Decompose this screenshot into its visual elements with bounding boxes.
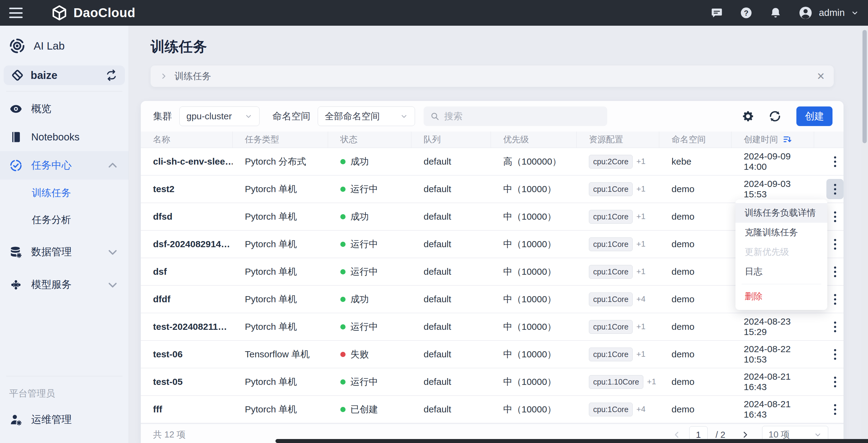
- col-header-actions: [814, 132, 843, 148]
- table-header-row: 名称 任务类型 状态 队列 优先级 资源配置 命名空间 创建时间: [141, 132, 843, 148]
- row-kebab-button[interactable]: [826, 399, 843, 419]
- vertical-scrollbar-track[interactable]: [861, 26, 868, 443]
- row-kebab-button[interactable]: [826, 152, 843, 171]
- cell-namespace: kebe: [659, 148, 732, 176]
- cell-priority: 中（10000）: [491, 176, 577, 203]
- namespace-select[interactable]: 全部命名空间: [318, 106, 415, 126]
- context-menu-item[interactable]: 训练任务负载详情: [736, 203, 827, 223]
- col-header-namespace: 命名空间: [659, 132, 732, 148]
- user-menu[interactable]: admin: [798, 5, 859, 20]
- cell-queue: default: [411, 203, 491, 231]
- table-row[interactable]: cli-sh-c-env-slee… Pytorch 分布式 成功 defaul…: [141, 148, 843, 176]
- table-row[interactable]: test-06 Tensorflow 单机 失败 default 中（10000…: [141, 341, 843, 368]
- resource-extra[interactable]: +1: [636, 157, 646, 166]
- cell-type: Pytorch 单机: [232, 286, 328, 313]
- chevron-down-icon: [106, 278, 119, 291]
- sidebar-item-data-management[interactable]: 数据管理: [0, 238, 128, 266]
- status-dot: [340, 269, 345, 275]
- cell-namespace: demo: [659, 176, 732, 203]
- workspace-selector[interactable]: baize: [4, 65, 125, 85]
- cluster-select[interactable]: gpu-cluster: [179, 106, 259, 126]
- sort-descending-icon[interactable]: [782, 134, 793, 145]
- table-row[interactable]: fff Pytorch 单机 已创建 default 中（10000） cpu:…: [141, 396, 843, 423]
- cell-namespace: demo: [659, 258, 732, 286]
- horizontal-scrollbar-thumb[interactable]: [275, 439, 868, 443]
- product-header: AI Lab: [0, 26, 128, 64]
- context-menu-item[interactable]: 日志: [736, 262, 827, 281]
- row-kebab-button[interactable]: [826, 234, 843, 254]
- table-row[interactable]: test-05 Pytorch 单机 运行中 default 中（10000） …: [141, 368, 843, 396]
- context-menu-item[interactable]: 删除: [736, 287, 827, 306]
- table-row[interactable]: test2 Pytorch 单机 运行中 default 中（10000） cp…: [141, 176, 843, 203]
- row-kebab-button[interactable]: [826, 261, 843, 282]
- resource-tag: cpu:1Core: [589, 182, 633, 196]
- resource-tag: cpu:1Core: [589, 348, 633, 361]
- app-window: DaoCloud ? admin AI Lab: [0, 0, 868, 443]
- resource-extra[interactable]: +4: [636, 405, 646, 414]
- resource-extra[interactable]: +4: [636, 294, 646, 304]
- sidebar-item-label: 运维管理: [31, 413, 119, 426]
- sidebar: AI Lab baize 概览 Notebooks 任务中心 训: [0, 26, 128, 443]
- cell-status: 运行中: [328, 231, 411, 258]
- sidebar-item-notebooks[interactable]: Notebooks: [0, 123, 128, 151]
- sidebar-item-label: 概览: [31, 102, 119, 116]
- resource-extra[interactable]: +1: [636, 184, 646, 193]
- notifications-bell-icon[interactable]: [769, 6, 782, 20]
- cell-type: Pytorch 单机: [232, 258, 328, 286]
- help-icon[interactable]: ?: [740, 6, 753, 20]
- create-button[interactable]: 创建: [796, 106, 833, 126]
- hamburger-menu-icon[interactable]: [9, 8, 23, 18]
- search-icon: [430, 112, 439, 121]
- sidebar-divider: [6, 376, 122, 376]
- refresh-icon[interactable]: [768, 109, 782, 124]
- cell-type: Pytorch 单机: [232, 203, 328, 231]
- sidebar-item-model-services[interactable]: 模型服务: [0, 271, 128, 299]
- table-row[interactable]: test-202408211… Pytorch 单机 运行中 default 中…: [141, 313, 843, 341]
- status-label: 运行中: [350, 321, 378, 333]
- cell-queue: default: [411, 176, 491, 203]
- resource-extra[interactable]: +1: [636, 349, 646, 358]
- sidebar-item-overview[interactable]: 概览: [0, 95, 128, 123]
- chevron-down-icon: [400, 112, 408, 120]
- cell-name: dsf: [141, 258, 232, 286]
- switch-workspace-icon[interactable]: [105, 69, 118, 82]
- cell-resources: cpu:2Core+1: [577, 148, 659, 176]
- resource-extra[interactable]: +1: [647, 377, 656, 386]
- resource-tag: cpu:2Core: [589, 155, 633, 168]
- sidebar-item-task-analysis[interactable]: 任务分析: [0, 207, 128, 233]
- context-menu-item[interactable]: 克隆训练任务: [736, 223, 827, 242]
- row-kebab-button[interactable]: [826, 317, 843, 337]
- breadcrumb[interactable]: 训练任务: [175, 70, 211, 83]
- status-dot: [340, 242, 345, 247]
- sidebar-divider: [6, 91, 122, 92]
- sidebar-item-training-tasks[interactable]: 训练任务: [0, 180, 128, 207]
- cell-priority: 中（10000）: [491, 231, 577, 258]
- feedback-icon[interactable]: [710, 6, 723, 20]
- cell-name: fff: [141, 396, 232, 423]
- resource-extra[interactable]: +1: [636, 267, 646, 276]
- cell-queue: default: [411, 368, 491, 396]
- search-input[interactable]: [444, 111, 600, 122]
- avatar-icon: [798, 5, 813, 20]
- cell-priority: 中（10000）: [491, 368, 577, 396]
- settings-gear-icon[interactable]: [741, 109, 755, 124]
- prev-page-icon[interactable]: [672, 430, 681, 439]
- sidebar-group-task-center[interactable]: 任务中心: [0, 151, 128, 180]
- resource-extra[interactable]: +1: [636, 212, 646, 221]
- next-page-icon[interactable]: [741, 430, 750, 439]
- row-kebab-button[interactable]: [826, 289, 843, 309]
- user-name: admin: [819, 7, 845, 18]
- row-kebab-button[interactable]: [826, 372, 843, 392]
- status-dot: [340, 352, 345, 357]
- close-icon[interactable]: ×: [817, 70, 825, 83]
- row-kebab-button[interactable]: [826, 179, 843, 199]
- status-dot: [340, 159, 345, 164]
- vertical-scrollbar-thumb[interactable]: [863, 30, 867, 143]
- row-kebab-button[interactable]: [826, 207, 843, 227]
- resource-extra[interactable]: +1: [636, 239, 646, 248]
- row-kebab-button[interactable]: [826, 344, 843, 365]
- resource-extra[interactable]: +1: [636, 322, 646, 331]
- filter-bar: 集群 gpu-cluster 命名空间 全部命名空间: [141, 101, 843, 132]
- sidebar-item-ops-management[interactable]: 运维管理: [0, 405, 128, 434]
- cell-queue: default: [411, 313, 491, 341]
